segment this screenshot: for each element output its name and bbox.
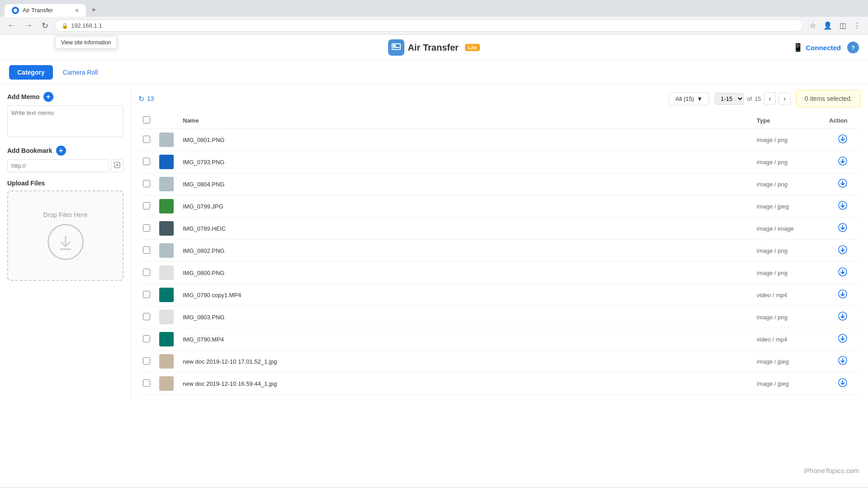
- help-button[interactable]: ?: [847, 42, 859, 53]
- download-button-1[interactable]: [838, 134, 847, 146]
- extensions-button[interactable]: ◫: [837, 19, 849, 32]
- add-bookmark-button[interactable]: +: [56, 146, 66, 156]
- upload-download-icon: [47, 224, 84, 260]
- app-logo-icon: [388, 39, 404, 56]
- download-button-6[interactable]: [838, 245, 847, 256]
- sidebar: Add Memo + Add Bookmark +: [0, 85, 131, 400]
- row-checkbox-12[interactable]: [143, 379, 150, 387]
- tab-close-button[interactable]: ×: [75, 7, 79, 14]
- row-type-cell: image / png: [752, 151, 825, 173]
- row-checkbox-5[interactable]: [143, 224, 150, 232]
- row-name-cell: IMG_0802.PNG: [178, 240, 752, 262]
- row-checkbox-cell: [138, 151, 155, 173]
- app-content: Air Transfer Lite 📱 Connected ? Category…: [0, 35, 868, 487]
- row-checkbox-8[interactable]: [143, 291, 150, 298]
- file-name: IMG_0790 copy1.MP4: [183, 292, 241, 298]
- file-type: video / mp4: [757, 336, 787, 343]
- header-thumb-col: [155, 113, 178, 129]
- download-button-8[interactable]: [838, 289, 847, 301]
- app-logo: Air Transfer Lite: [388, 39, 480, 56]
- row-thumb-cell: [155, 306, 178, 328]
- download-button-10[interactable]: [838, 334, 847, 345]
- file-table: Name Type Action: [138, 113, 861, 395]
- svg-rect-3: [393, 47, 399, 48]
- row-checkbox-11[interactable]: [143, 357, 150, 365]
- file-thumbnail: [159, 354, 174, 369]
- download-button-7[interactable]: [838, 267, 847, 279]
- item-count: 13: [147, 95, 154, 102]
- download-button-9[interactable]: [838, 312, 847, 323]
- bookmark-input[interactable]: [7, 159, 109, 172]
- table-header: Name Type Action: [138, 113, 861, 129]
- row-checkbox-3[interactable]: [143, 180, 150, 187]
- tooltip-bubble: View site information: [55, 36, 117, 49]
- memo-textarea[interactable]: [7, 105, 123, 137]
- of-text: of: [747, 95, 752, 102]
- file-name: IMG_0789.HEIC: [183, 225, 226, 232]
- new-tab-button[interactable]: +: [88, 4, 100, 17]
- row-thumb-cell: [155, 240, 178, 262]
- download-button-11[interactable]: [838, 356, 847, 367]
- download-button-12[interactable]: [838, 378, 847, 389]
- row-checkbox-2[interactable]: [143, 158, 150, 165]
- download-button-2[interactable]: [838, 156, 847, 168]
- row-checkbox-7[interactable]: [143, 269, 150, 276]
- reload-button[interactable]: ↻: [39, 20, 51, 32]
- header-checkbox-col: [138, 113, 155, 129]
- bookmark-icon-button[interactable]: [111, 159, 123, 172]
- bookmark-star-button[interactable]: ☆: [807, 19, 819, 32]
- row-checkbox-9[interactable]: [143, 313, 150, 320]
- file-thumbnail: [159, 199, 174, 213]
- select-all-checkbox[interactable]: [143, 116, 150, 123]
- file-name: IMG_0799.JPG: [183, 203, 223, 210]
- table-row: IMG_0802.PNG image / png: [138, 240, 861, 262]
- download-button-4[interactable]: [838, 201, 847, 212]
- app-title: Air Transfer: [408, 43, 459, 53]
- row-name-cell: IMG_0799.JPG: [178, 195, 752, 218]
- back-button[interactable]: ←: [5, 20, 18, 31]
- row-type-cell: image / jpeg: [752, 351, 825, 373]
- row-checkbox-1[interactable]: [143, 136, 150, 143]
- row-checkbox-6[interactable]: [143, 246, 150, 254]
- lock-icon: 🔒: [62, 23, 68, 29]
- file-name: new doc 2019-12-10 17.01.52_1.jpg: [183, 358, 277, 365]
- file-table-body: IMG_0801.PNG image / png: [138, 129, 861, 395]
- row-checkbox-10[interactable]: [143, 335, 150, 342]
- row-type-cell: image / png: [752, 129, 825, 151]
- file-thumbnail: [159, 221, 174, 236]
- category-tab[interactable]: Category: [9, 65, 53, 80]
- file-thumbnail: [159, 376, 174, 391]
- download-button-5[interactable]: [838, 223, 847, 234]
- file-thumbnail: [159, 288, 174, 302]
- app-header: Air Transfer Lite 📱 Connected ?: [0, 35, 868, 61]
- address-text: 192.168.1.1: [71, 22, 102, 29]
- filter-button[interactable]: All (15) ▼: [669, 92, 709, 105]
- row-checkbox-4[interactable]: [143, 202, 150, 209]
- file-type: image / jpeg: [757, 203, 789, 210]
- pagination-area: 1-15 of 15 ‹ ›: [715, 92, 791, 105]
- add-memo-button[interactable]: +: [43, 92, 53, 102]
- address-bar[interactable]: 🔒 192.168.1.1 View site information: [55, 19, 803, 32]
- row-name-cell: new doc 2019-12-10 16.59.44_1.jpg: [178, 373, 752, 395]
- add-bookmark-label: Add Bookmark: [7, 147, 52, 154]
- upload-label: Upload Files: [7, 180, 123, 187]
- row-action-cell: [825, 129, 861, 151]
- download-button-3[interactable]: [838, 179, 847, 190]
- connected-label: Connected: [806, 44, 841, 52]
- table-row: IMG_0804.PNG image / png: [138, 173, 861, 195]
- prev-page-button[interactable]: ‹: [764, 92, 776, 105]
- forward-button[interactable]: →: [22, 20, 35, 31]
- profile-button[interactable]: 👤: [821, 19, 835, 32]
- refresh-button[interactable]: ↻ 13: [138, 95, 154, 103]
- more-options-button[interactable]: ⋮: [851, 19, 863, 32]
- page-select[interactable]: 1-15: [715, 93, 744, 105]
- table-row: IMG_0793.PNG image / png: [138, 151, 861, 173]
- upload-drop-zone[interactable]: Drop Files Here: [7, 190, 123, 281]
- lite-badge: Lite: [465, 44, 480, 51]
- add-memo-section: Add Memo +: [7, 92, 123, 102]
- phone-icon: 📱: [793, 43, 803, 52]
- browser-tab[interactable]: Air Transfer ×: [5, 4, 86, 17]
- row-thumb-cell: [155, 151, 178, 173]
- camera-roll-tab[interactable]: Camera Roll: [58, 65, 103, 80]
- next-page-button[interactable]: ›: [778, 92, 791, 105]
